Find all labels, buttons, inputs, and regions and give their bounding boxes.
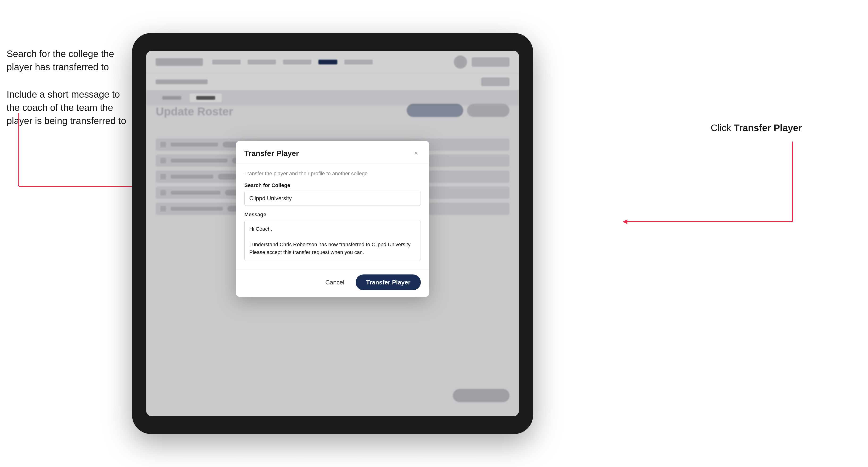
modal-description: Transfer the player and their profile to…: [244, 170, 421, 177]
annotation-text-2: Include a short message to the coach of …: [7, 89, 126, 126]
modal-overlay: Transfer Player × Transfer the player an…: [146, 51, 519, 416]
modal-title: Transfer Player: [244, 149, 299, 158]
close-icon[interactable]: ×: [411, 149, 421, 158]
transfer-player-modal: Transfer Player × Transfer the player an…: [236, 141, 429, 297]
modal-header: Transfer Player ×: [236, 141, 429, 164]
tablet-device: Update Roster: [132, 33, 533, 434]
tablet-screen: Update Roster: [146, 51, 519, 416]
annotation-right-bold: Transfer Player: [734, 123, 802, 133]
annotation-left: Search for the college the player has tr…: [7, 47, 129, 127]
cancel-button[interactable]: Cancel: [319, 276, 350, 289]
message-label: Message: [244, 212, 421, 218]
modal-footer: Cancel Transfer Player: [236, 270, 429, 297]
annotation-right-prefix: Click: [711, 123, 734, 133]
svg-marker-6: [623, 219, 627, 224]
transfer-player-button[interactable]: Transfer Player: [356, 275, 421, 290]
annotation-right: Click Transfer Player: [711, 123, 802, 133]
modal-body: Transfer the player and their profile to…: [236, 164, 429, 270]
search-college-input[interactable]: Clippd University: [244, 191, 421, 206]
message-textarea[interactable]: Hi Coach,I understand Chris Robertson ha…: [244, 220, 421, 261]
annotation-text-1: Search for the college the player has tr…: [7, 49, 114, 72]
search-college-label: Search for College: [244, 182, 421, 188]
